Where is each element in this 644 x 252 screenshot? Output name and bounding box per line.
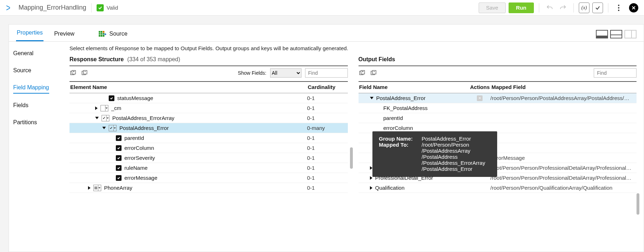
tree-row[interactable]: PhoneArray0-1	[69, 183, 348, 193]
tree-row[interactable]: PostalAddress_Error✕/root/Person/Person/…	[359, 93, 637, 103]
checkbox-icon[interactable]	[116, 135, 122, 141]
response-tree[interactable]: statusMessage0-1_cm0-1PostalAddress_Erro…	[69, 93, 348, 193]
tooltip-mapped-to-label: Mapped To:	[379, 142, 418, 172]
chevron-down-icon[interactable]	[95, 117, 99, 119]
chevron-down-icon[interactable]	[370, 97, 373, 99]
close-window-icon[interactable]	[629, 3, 638, 12]
tree-row[interactable]: Qualification/root/Person/Person/Qualifi…	[359, 183, 637, 193]
cardinality: 0-1	[307, 185, 346, 191]
tree-row[interactable]: PostalAddress_ErrorArray0-1	[69, 113, 348, 123]
element-name: errorColumn	[124, 145, 154, 151]
checkbox-dropdown-icon[interactable]	[109, 125, 117, 131]
tab-source[interactable]: ➔ Source	[98, 27, 128, 41]
svg-point-1	[618, 7, 619, 9]
show-fields-select[interactable]: All	[270, 68, 302, 78]
chevron-right-icon[interactable]	[370, 186, 372, 190]
tree-row[interactable]: ruleName0-1	[69, 163, 348, 173]
checkbox-icon[interactable]	[116, 155, 122, 161]
tree-row[interactable]: errorMessage0-1	[69, 173, 348, 183]
mapped-field: /root/Person/Person/ProfessionalDetailAr…	[490, 165, 635, 171]
chevron-right-icon[interactable]	[95, 106, 98, 110]
tree-row[interactable]: errorColumn0-1	[69, 143, 348, 153]
cardinality: 0-1	[307, 145, 346, 151]
mapping-icon	[6, 5, 14, 11]
output-title: Output Fields	[359, 56, 395, 63]
properties-sidemenu: General Source Field Mapping Fields Part…	[9, 42, 59, 252]
response-count: (334 of 353 mapped)	[127, 56, 180, 63]
element-name: _cm	[111, 105, 121, 111]
cardinality: 0-1	[307, 105, 346, 111]
chevron-down-icon[interactable]	[102, 127, 106, 129]
expand-all-icon[interactable]	[69, 69, 77, 77]
collapse-all-icon[interactable]	[370, 69, 378, 77]
cardinality: 0-1	[307, 115, 346, 121]
redo-icon[interactable]	[558, 2, 568, 13]
tooltip-mapped-to-value: /root/Person/Person/PostalAddressArray/P…	[422, 142, 491, 172]
sidemenu-source[interactable]: Source	[13, 65, 59, 76]
more-menu-icon[interactable]	[613, 2, 624, 13]
tree-row[interactable]: PostalAddress_Error0-many	[69, 123, 348, 133]
checkbox-dropdown-icon[interactable]	[101, 105, 108, 111]
field-name: FK_PostalAddress	[383, 105, 428, 111]
response-title: Response Structure	[69, 56, 124, 63]
cardinality: 0-1	[307, 95, 346, 101]
vertical-scrollbar[interactable]	[350, 147, 353, 169]
checkbox-icon[interactable]	[109, 95, 114, 101]
svg-point-0	[618, 5, 619, 6]
field-name: parentId	[383, 115, 403, 121]
tree-row[interactable]: _cm0-1	[69, 103, 348, 113]
tree-row[interactable]: FK_PostalAddress	[359, 103, 637, 113]
response-find-input[interactable]	[305, 68, 348, 78]
validation-status: Valid	[97, 4, 118, 11]
tooltip-group-name-value: PostalAddress_Error	[422, 136, 491, 142]
run-button[interactable]: Run	[509, 2, 534, 13]
field-name: PostalAddress_Error	[376, 95, 426, 101]
undo-icon[interactable]	[544, 2, 555, 13]
sidemenu-fields[interactable]: Fields	[13, 100, 59, 111]
sidemenu-general[interactable]: General	[13, 48, 59, 59]
checkbox-dropdown-icon[interactable]	[102, 115, 109, 121]
variable-icon[interactable]: (x)	[579, 2, 589, 13]
checkbox-icon[interactable]	[116, 165, 122, 171]
chevron-right-icon[interactable]	[88, 186, 91, 190]
tab-properties[interactable]: Properties	[16, 26, 43, 41]
top-toolbar: Mapping_ErrorHandling Valid Save Run (x)	[0, 0, 644, 16]
checkbox-icon[interactable]	[116, 145, 122, 151]
cardinality: 0-1	[307, 175, 346, 181]
divider	[539, 3, 539, 12]
tree-row[interactable]: statusMessage0-1	[69, 93, 348, 103]
main-panel: Properties Preview ➔ Source General Sour…	[9, 24, 644, 252]
svg-point-2	[618, 10, 619, 11]
sidemenu-field-mapping[interactable]: Field Mapping	[13, 82, 49, 94]
element-name: errorMessage	[124, 175, 158, 181]
tree-row[interactable]: parentId	[359, 113, 637, 123]
vertical-scrollbar[interactable]	[637, 193, 639, 215]
expand-all-icon[interactable]	[359, 69, 366, 77]
tree-row[interactable]: parentId0-1	[69, 133, 348, 143]
tab-preview[interactable]: Preview	[53, 27, 75, 41]
panel-tabs: Properties Preview ➔ Source	[9, 25, 644, 42]
output-find-input[interactable]	[594, 68, 637, 78]
sidemenu-partitions[interactable]: Partitions	[13, 117, 59, 128]
checkbox-icon[interactable]	[116, 175, 122, 181]
response-structure-panel: Response Structure (334 of 353 mapped)	[69, 55, 348, 248]
chevron-right-icon[interactable]	[370, 166, 372, 170]
collapse-all-icon[interactable]	[81, 69, 89, 77]
cardinality: 0-1	[307, 135, 346, 141]
layout-bottom-icon[interactable]	[596, 30, 608, 38]
chevron-right-icon[interactable]	[370, 176, 372, 180]
th-mapped-field: Mapped Field	[491, 84, 636, 90]
element-name: PhoneArray	[104, 185, 132, 191]
element-name: parentId	[124, 135, 144, 141]
delete-icon[interactable]: ✕	[477, 95, 483, 101]
layout-split-h-icon[interactable]	[610, 30, 622, 38]
field-tooltip: Group Name: PostalAddress_Error Mapped T…	[372, 131, 497, 177]
checkbox-dropdown-icon[interactable]	[93, 185, 101, 191]
show-fields-label: Show Fields:	[238, 70, 266, 76]
tree-row[interactable]: errorSeverity0-1	[69, 153, 348, 163]
element-name: statusMessage	[117, 95, 153, 101]
mapped-field: /root/Person/Person/PostalAddressArray/P…	[490, 95, 635, 101]
validate-icon[interactable]	[592, 2, 603, 13]
layout-split-v-icon[interactable]	[624, 30, 637, 38]
save-button[interactable]: Save	[479, 2, 506, 13]
